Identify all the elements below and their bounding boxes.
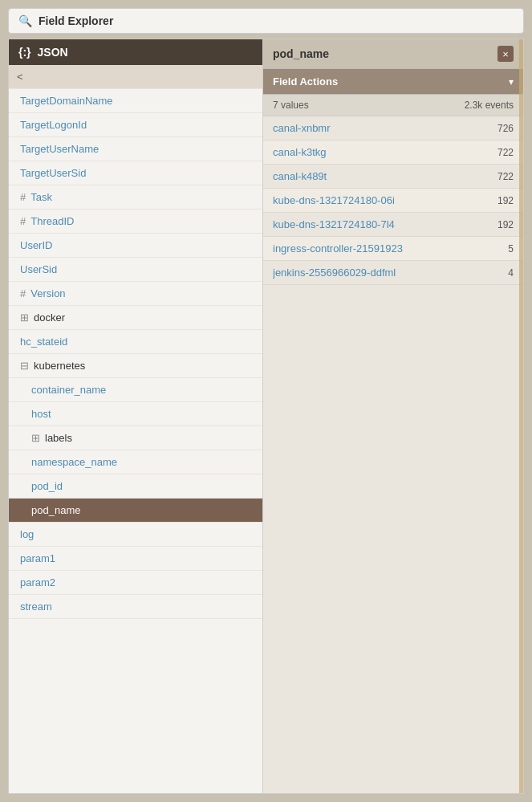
values-list: canal-xnbmr726canal-k3tkg722canal-k489t7… <box>263 116 523 793</box>
value-count: 722 <box>497 147 514 158</box>
field-item-namespace_name[interactable]: namespace_name <box>9 450 262 474</box>
field-item-param1[interactable]: param1 <box>9 547 262 571</box>
value-count: 722 <box>497 171 514 182</box>
field-actions-bar[interactable]: Field Actions ▾ <box>263 69 523 95</box>
right-panel-header: pod_name × <box>263 39 523 69</box>
field-label-namespace_name: namespace_name <box>31 456 117 468</box>
value-item[interactable]: canal-k3tkg722 <box>263 140 523 165</box>
field-title: pod_name <box>273 47 329 60</box>
field-prefix-docker: ⊞ <box>20 311 29 324</box>
field-item-TargetUserSid[interactable]: TargetUserSid <box>9 161 262 185</box>
field-item-stream[interactable]: stream <box>9 595 262 619</box>
field-item-TargetDomainName[interactable]: TargetDomainName <box>9 89 262 113</box>
right-panel: pod_name × Field Actions ▾ 7 values 2.3k… <box>263 39 524 794</box>
field-label-container_name: container_name <box>31 384 106 396</box>
field-label-hc_stateid: hc_stateid <box>20 336 67 348</box>
field-item-container_name[interactable]: container_name <box>9 378 262 402</box>
field-label-param1: param1 <box>20 552 55 564</box>
left-panel: {:} JSON < TargetDomainNameTargetLogonId… <box>8 39 263 794</box>
value-count: 192 <box>497 195 514 206</box>
search-bar: 🔍 <box>8 8 524 34</box>
field-label-ThreadID: ThreadID <box>30 215 74 227</box>
field-prefix-ThreadID: # <box>20 215 26 227</box>
value-item[interactable]: ingress-controller-215919235 <box>263 237 523 261</box>
field-label-TargetUserName: TargetUserName <box>20 143 99 155</box>
field-item-TargetLogonId[interactable]: TargetLogonId <box>9 113 262 137</box>
main-content: {:} JSON < TargetDomainNameTargetLogonId… <box>8 39 524 794</box>
left-header: {:} JSON <box>9 39 262 65</box>
field-label-stream: stream <box>20 600 52 613</box>
search-icon: 🔍 <box>18 14 32 27</box>
field-item-TargetUserName[interactable]: TargetUserName <box>9 137 262 161</box>
value-item[interactable]: canal-xnbmr726 <box>263 116 523 140</box>
value-item[interactable]: jenkins-2556966029-ddfml4 <box>263 261 523 285</box>
field-label-Version: Version <box>30 287 65 299</box>
field-prefix-labels: ⊞ <box>31 432 40 444</box>
field-label-labels: labels <box>45 432 72 444</box>
field-item-ThreadID[interactable]: # ThreadID <box>9 210 262 234</box>
close-button[interactable]: × <box>497 46 514 62</box>
collapse-icon: < <box>17 71 23 83</box>
app-container: 🔍 {:} JSON < TargetDomainNameTargetLogon… <box>0 0 532 802</box>
field-label-UserSid: UserSid <box>20 263 57 275</box>
value-count: 192 <box>497 219 514 230</box>
field-item-host[interactable]: host <box>9 402 262 426</box>
field-label-TargetLogonId: TargetLogonId <box>20 119 87 131</box>
value-item[interactable]: canal-k489t722 <box>263 165 523 189</box>
field-label-UserID: UserID <box>20 239 52 251</box>
search-input[interactable] <box>39 14 514 27</box>
field-label-kubernetes: kubernetes <box>34 360 85 372</box>
field-label-host: host <box>31 408 51 420</box>
field-item-pod_id[interactable]: pod_id <box>9 474 262 499</box>
value-item[interactable]: kube-dns-1321724180-06i192 <box>263 189 523 213</box>
value-count: 4 <box>508 267 514 279</box>
field-item-hc_stateid[interactable]: hc_stateid <box>9 330 262 354</box>
value-name: canal-k489t <box>273 170 491 182</box>
collapse-button[interactable]: < <box>9 65 262 89</box>
field-item-pod_name[interactable]: pod_name <box>9 499 262 523</box>
value-name: ingress-controller-21591923 <box>273 242 502 254</box>
field-label-TargetDomainName: TargetDomainName <box>20 95 113 107</box>
field-item-Task[interactable]: # Task <box>9 185 262 210</box>
field-label-param2: param2 <box>20 576 55 588</box>
value-name: kube-dns-1321724180-7l4 <box>273 218 491 230</box>
field-label-pod_name: pod_name <box>31 504 80 516</box>
value-name: jenkins-2556966029-ddfml <box>273 267 502 279</box>
field-item-param2[interactable]: param2 <box>9 571 262 595</box>
dropdown-icon: ▾ <box>509 76 514 88</box>
json-label: JSON <box>38 46 68 59</box>
field-list: TargetDomainNameTargetLogonIdTargetUserN… <box>9 89 262 793</box>
field-prefix-Task: # <box>20 191 26 203</box>
field-label-docker: docker <box>34 311 65 324</box>
field-item-UserID[interactable]: UserID <box>9 234 262 258</box>
value-count: 5 <box>508 243 514 254</box>
field-item-kubernetes[interactable]: ⊟ kubernetes <box>9 354 262 378</box>
value-name: canal-k3tkg <box>273 146 491 158</box>
events-count: 2.3k events <box>465 100 514 111</box>
field-item-labels[interactable]: ⊞ labels <box>9 426 262 450</box>
json-badge: {:} <box>18 46 31 59</box>
right-accent-bar <box>519 39 523 793</box>
stats-row: 7 values 2.3k events <box>263 95 523 116</box>
field-label-log: log <box>20 528 34 540</box>
field-label-TargetUserSid: TargetUserSid <box>20 167 86 179</box>
field-actions-label: Field Actions <box>273 75 338 88</box>
field-item-Version[interactable]: # Version <box>9 282 262 306</box>
field-item-UserSid[interactable]: UserSid <box>9 258 262 282</box>
field-item-docker[interactable]: ⊞ docker <box>9 306 262 330</box>
field-prefix-kubernetes: ⊟ <box>20 360 29 372</box>
value-count: 726 <box>497 123 514 134</box>
values-count: 7 values <box>273 100 309 111</box>
value-name: kube-dns-1321724180-06i <box>273 194 491 206</box>
value-name: canal-xnbmr <box>273 122 491 134</box>
field-item-log[interactable]: log <box>9 523 262 547</box>
field-label-pod_id: pod_id <box>31 480 63 492</box>
field-label-Task: Task <box>30 191 52 203</box>
field-prefix-Version: # <box>20 287 26 299</box>
value-item[interactable]: kube-dns-1321724180-7l4192 <box>263 213 523 237</box>
